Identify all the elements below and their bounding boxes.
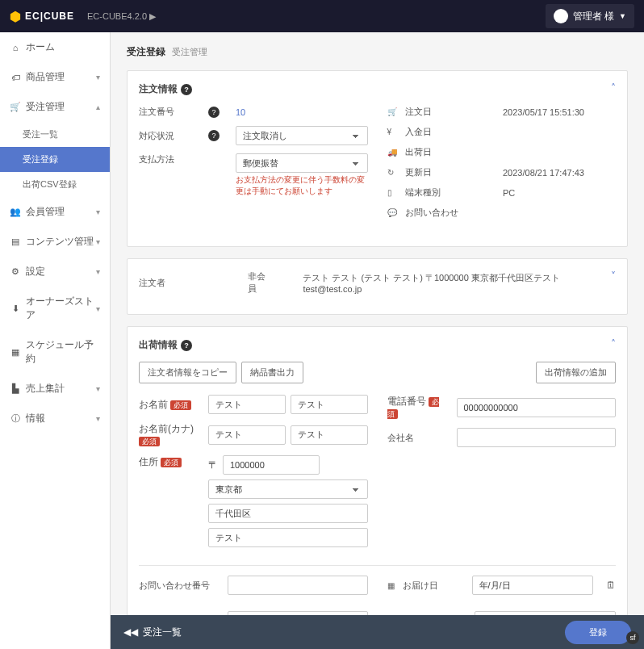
payment-select[interactable]: 郵便振替	[236, 153, 368, 173]
shipment-card: 出荷情報 ? ˄ 注文者情報をコピー 納品書出力 出荷情報の追加 お名前 必須	[127, 326, 628, 615]
tel-input[interactable]	[457, 398, 617, 417]
logo-text: EC|CUBE	[25, 10, 74, 22]
update-date-label: 更新日	[405, 166, 432, 178]
name2-input[interactable]	[291, 395, 368, 414]
version-badge[interactable]: EC-CUBE4.2.0 ▶	[87, 10, 156, 22]
status-select[interactable]: 注文取消し	[236, 126, 368, 145]
truck-icon: 🚚	[387, 148, 397, 157]
user-label: 管理者 様	[573, 10, 614, 23]
ship-date-label: 出荷日	[405, 146, 432, 158]
company-label: 会社名	[387, 432, 449, 444]
cart-icon: 🛒	[387, 107, 397, 116]
sidebar-item-schedule[interactable]: ▦スケジュール予約	[0, 330, 110, 374]
help-icon[interactable]: ?	[181, 340, 192, 351]
app-header: ⬢ EC|CUBE EC-CUBE4.2.0 ▶ 管理者 様 ▼	[0, 0, 644, 32]
pref-select[interactable]: 東京都	[208, 479, 368, 499]
status-label: 対応状況	[139, 130, 200, 142]
collapse-icon[interactable]: ˄	[611, 338, 616, 350]
customer-card: 注文者 非会員 テスト テスト (テスト テスト) 〒1000000 東京都千代…	[127, 258, 628, 315]
order-date-value: 2023/05/17 15:51:30	[503, 107, 616, 117]
chevron-right-icon: ▶	[149, 11, 156, 21]
sidebar-item-content[interactable]: ▤コンテンツ管理▾	[0, 227, 110, 257]
sidebar-item-owners[interactable]: ⬇オーナーズストア▾	[0, 287, 110, 330]
card-title-order-info: 注文情報 ?	[139, 82, 616, 96]
chevron-down-icon: ▾	[96, 207, 100, 216]
tag-icon: 🏷	[10, 73, 21, 82]
calendar-icon: ▦	[387, 581, 395, 590]
debug-badge[interactable]: sf	[626, 631, 639, 644]
zip-prefix: 〒	[208, 458, 218, 472]
slip-output-button[interactable]: 納品書出力	[241, 362, 303, 383]
double-chevron-left-icon: ◀◀	[123, 626, 138, 638]
sidebar-sub-order-register[interactable]: 受注登録	[0, 147, 110, 172]
company-input[interactable]	[457, 428, 617, 447]
sidebar-item-sales[interactable]: ▙売上集計▾	[0, 374, 110, 404]
user-menu[interactable]: 管理者 様 ▼	[546, 4, 634, 28]
name-label: お名前 必須	[139, 398, 200, 412]
add-shipment-button[interactable]: 出荷情報の追加	[536, 362, 616, 383]
order-info-card: 注文情報 ? ˄ 注文番号 ? 10 対応状況 ? 注文取消し	[127, 70, 628, 247]
chevron-down-icon: ▾	[96, 267, 100, 276]
refresh-icon: ↻	[387, 168, 397, 177]
sidebar-sub-order-list[interactable]: 受注一覧	[0, 122, 110, 147]
calendar-icon: ▦	[10, 347, 21, 358]
chevron-up-icon: ▴	[96, 103, 100, 111]
help-icon[interactable]: ?	[181, 84, 192, 95]
sidebar: ⌂ホーム 🏷商品管理▾ 🛒受注管理▴ 受注一覧 受注登録 出荷CSV登録 👥会員…	[0, 32, 111, 649]
sidebar-item-info[interactable]: ⓘ情報▾	[0, 404, 110, 433]
cart-icon: 🛒	[10, 102, 21, 112]
card-title-shipment: 出荷情報 ?	[139, 338, 616, 352]
device-value: PC	[503, 188, 616, 198]
breadcrumb: 受注管理	[172, 46, 207, 58]
info-icon: ⓘ	[10, 412, 21, 425]
sidebar-item-member[interactable]: 👥会員管理▾	[0, 197, 110, 227]
delivery-date-label: お届け日	[403, 580, 464, 592]
city-input[interactable]	[208, 504, 368, 523]
delivery-date-input[interactable]	[472, 576, 594, 595]
kana-label: お名前(カナ) 必須	[139, 422, 200, 447]
customer-label: 注文者	[139, 277, 200, 289]
chevron-down-icon: ▾	[96, 414, 100, 423]
user-icon	[554, 9, 568, 23]
sidebar-item-product[interactable]: 🏷商品管理▾	[0, 62, 110, 92]
chevron-down-icon: ▾	[96, 237, 100, 246]
sidebar-item-home[interactable]: ⌂ホーム	[0, 32, 110, 62]
payment-label: 支払方法	[139, 153, 200, 165]
collapse-icon[interactable]: ˄	[611, 82, 616, 94]
bottom-bar: ◀◀ 受注一覧 登録	[111, 615, 644, 649]
back-link[interactable]: ◀◀ 受注一覧	[123, 626, 182, 639]
calendar-picker-icon[interactable]: 🗓	[606, 580, 616, 591]
collapse-icon[interactable]: ˅	[611, 270, 616, 282]
contact-no-input[interactable]	[228, 576, 368, 595]
device-label: 端末種別	[405, 186, 441, 199]
chevron-down-icon: ▾	[96, 304, 100, 313]
street-input[interactable]	[208, 528, 368, 547]
home-icon: ⌂	[10, 43, 21, 52]
help-icon[interactable]: ?	[208, 107, 220, 118]
users-icon: 👥	[10, 207, 21, 217]
order-date-label: 注文日	[405, 106, 432, 118]
gear-icon: ⚙	[10, 266, 21, 277]
help-icon[interactable]: ?	[208, 130, 220, 141]
name1-input[interactable]	[208, 395, 286, 414]
kana2-input[interactable]	[291, 425, 368, 445]
download-icon: ⬇	[10, 304, 21, 314]
customer-summary: テスト テスト (テスト テスト) 〒1000000 東京都千代田区テスト te…	[303, 272, 616, 294]
chevron-down-icon: ▾	[96, 384, 100, 393]
zip-input[interactable]	[223, 455, 320, 475]
chevron-down-icon: ▾	[96, 73, 100, 82]
main-content: 受注登録 受注管理 注文情報 ? ˄ 注文番号 ? 10 対応状況	[111, 32, 644, 615]
yen-icon: ¥	[387, 128, 397, 136]
copy-customer-button[interactable]: 注文者情報をコピー	[139, 362, 236, 383]
update-date-value: 2023/08/21 17:47:43	[503, 168, 616, 178]
sidebar-sub-order-csv[interactable]: 出荷CSV登録	[0, 172, 110, 197]
doc-icon: ▤	[10, 237, 21, 247]
sidebar-item-order[interactable]: 🛒受注管理▴	[0, 92, 110, 122]
register-button[interactable]: 登録	[565, 621, 631, 644]
tel-label: 電話番号 必須	[387, 395, 449, 420]
contact-no-label: お問い合わせ番号	[139, 580, 220, 592]
order-no-value[interactable]: 10	[236, 107, 245, 117]
sidebar-item-settings[interactable]: ⚙設定▾	[0, 257, 110, 287]
kana1-input[interactable]	[208, 425, 286, 445]
contact-label: お問い合わせ	[405, 207, 458, 219]
